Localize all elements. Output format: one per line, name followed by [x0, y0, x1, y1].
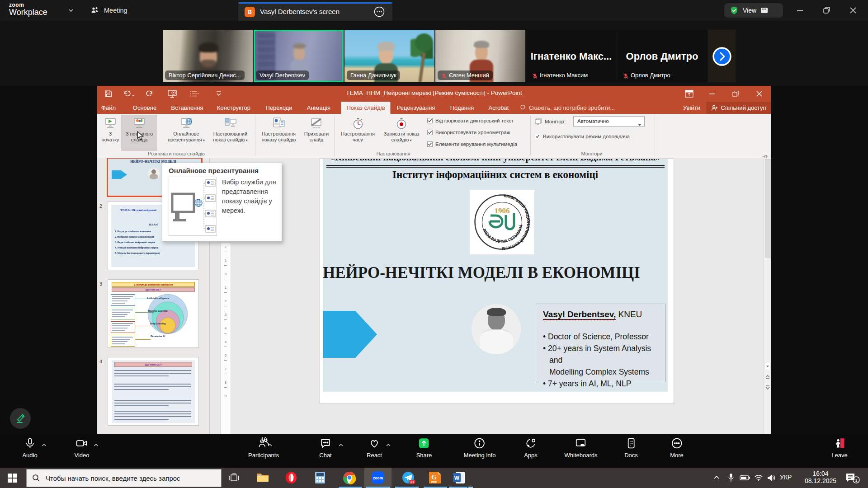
next-participants-button[interactable]	[712, 47, 731, 66]
undo-icon[interactable]	[123, 90, 135, 98]
toolbar-docs[interactable]: Docs	[624, 437, 638, 459]
taskbar-app-zoom[interactable]: zoom	[371, 471, 386, 485]
ribbon-tab-8[interactable]: Рецензування	[392, 102, 441, 114]
participant-tile[interactable]: Ганна Данильчук	[344, 30, 434, 82]
workspace-chevron-icon[interactable]	[68, 7, 75, 14]
monitor-dropdown[interactable]: Автоматично	[573, 116, 645, 127]
ppt-close-button[interactable]	[755, 90, 763, 98]
taskbar-app-opera[interactable]	[284, 471, 299, 485]
participant-tile[interactable]: Vasyl Derbentsev	[254, 30, 344, 82]
tray-expand-icon[interactable]	[712, 474, 721, 481]
tray-mic-icon[interactable]	[727, 473, 735, 482]
toolbar-share[interactable]: Share	[416, 437, 432, 459]
toolbar-chat[interactable]: Chat	[319, 437, 332, 459]
toolbar-meeting-info[interactable]: Meeting info	[464, 437, 496, 459]
tray-battery-icon[interactable]	[740, 475, 750, 481]
pencil-icon	[15, 413, 26, 424]
toolbar-participants[interactable]: 10Participants	[248, 437, 279, 459]
view-button[interactable]: View	[724, 3, 783, 18]
taskbar-app-chrome[interactable]	[343, 471, 357, 485]
redo-icon[interactable]	[145, 90, 153, 98]
ribbon-checkbox-3[interactable]: Елементи керування мультимедіа	[427, 141, 529, 148]
ribbon-button-5[interactable]: Настроювання показу слайдів	[258, 115, 300, 151]
tray-volume-icon[interactable]	[767, 474, 776, 482]
participant-name-text: Євген Менший	[449, 70, 489, 80]
toolbar-audio[interactable]: Audio	[22, 437, 37, 459]
start-slideshow-icon[interactable]	[168, 89, 177, 98]
caret-up-icon[interactable]	[41, 441, 47, 446]
tray-wifi-icon[interactable]	[754, 474, 763, 482]
annotation-pencil-button[interactable]	[10, 408, 31, 429]
window-minimize-button[interactable]	[797, 7, 804, 14]
ribbon-tab-10[interactable]: Acrobat	[483, 102, 514, 114]
ribbon-button-1[interactable]: З початку	[99, 115, 121, 151]
ribbon-tab-3[interactable]: Вставлення	[165, 102, 208, 114]
taskbar-app-calculator[interactable]	[314, 471, 328, 485]
scrollbar-thumb[interactable]	[765, 159, 771, 258]
window-close-button[interactable]	[849, 6, 857, 14]
taskbar-app-gaaiho-pdf[interactable]: GPDF	[428, 471, 443, 485]
ribbon-tab-9[interactable]: Подання	[445, 102, 480, 114]
ribbon-display-options-button[interactable]	[685, 90, 693, 98]
previous-slide-button[interactable]	[764, 374, 771, 381]
ppt-minimize-button[interactable]	[708, 90, 716, 98]
taskbar-app-file-explorer[interactable]	[256, 471, 270, 485]
taskbar-app-telegram[interactable]: .07	[401, 471, 416, 485]
taskbar-app-word[interactable]: W	[452, 471, 467, 485]
ribbon-tab-7[interactable]: Показ слайдів	[341, 102, 390, 114]
ribbon-tab-4[interactable]: Конструктор	[212, 102, 256, 114]
ribbon-tab-1[interactable]: Файл	[96, 102, 121, 114]
slide-thumbnail-4[interactable]: Що таке DL?	[108, 357, 199, 426]
ribbon-tab-2[interactable]: Основне	[127, 102, 162, 114]
start-button[interactable]	[7, 473, 19, 483]
ribbon-button-4[interactable]: Настроюваний показ слайдів ▾	[209, 115, 251, 151]
participant-tile[interactable]: Віктор Сергійович Денис...	[163, 30, 253, 82]
window-restore-button[interactable]	[823, 6, 831, 14]
sign-in-button[interactable]: Увійти	[678, 102, 705, 114]
tab-meeting[interactable]: Meeting	[90, 0, 145, 21]
ribbon-tab-5[interactable]: Переходи	[260, 102, 298, 114]
list-icon[interactable]	[189, 90, 199, 97]
tab-options-icon[interactable]	[374, 6, 385, 17]
presenter-checkbox[interactable]: Використовувати режим доповідача	[535, 133, 648, 140]
task-view-button[interactable]	[229, 473, 241, 483]
ribbon-button-3[interactable]: Онлайнове презентування ▾	[164, 115, 208, 151]
toolbar-react[interactable]: React	[367, 437, 382, 459]
screen-share-badge: B	[245, 7, 255, 17]
ribbon-tab-6[interactable]: Анімація	[302, 102, 336, 114]
notification-center-button[interactable]: 1	[844, 473, 860, 483]
slide-number-3: 3	[99, 281, 106, 287]
save-icon[interactable]	[104, 90, 112, 98]
caret-up-icon[interactable]	[386, 441, 391, 446]
scroll-down-button[interactable]	[764, 363, 771, 370]
participant-tile[interactable]: Євген Менший	[435, 30, 525, 82]
tray-language[interactable]: УКР	[780, 474, 798, 482]
next-slide-button[interactable]	[764, 384, 771, 391]
tray-clock[interactable]: 16:0408.12.2025	[802, 470, 839, 486]
caret-up-icon[interactable]	[93, 441, 99, 446]
ppt-restore-button[interactable]	[732, 90, 740, 98]
ribbon-button-8[interactable]: Записати показ слайдів ▾	[379, 115, 424, 151]
participant-tile[interactable]: Ігнатенко Макс...Ігнатенко Максим	[526, 30, 616, 82]
toolbar-leave[interactable]: Leave	[831, 437, 847, 459]
caret-up-icon[interactable]	[267, 441, 273, 446]
ppt-title-bar[interactable]: ТЕМА_ННМ_Нейронні мережі [Режим суміснос…	[97, 86, 771, 102]
ribbon-checkbox-2[interactable]: Використовувати хронометраж	[427, 129, 529, 136]
ribbon-button-7[interactable]: Настроювання часу	[337, 115, 379, 151]
participant-tile[interactable]: Орлов ДмитроОрлов Дмитро	[617, 30, 707, 82]
taskbar-search-box[interactable]: Чтобы начать поиск, введите здесь запрос	[26, 469, 222, 487]
ribbon-pin-icon[interactable]	[762, 153, 768, 157]
caret-up-icon[interactable]	[338, 441, 344, 446]
toolbar-video[interactable]: Video	[74, 437, 89, 459]
tell-me-box[interactable]: Скажіть, що потрібно зробити...	[520, 102, 637, 114]
toolbar-apps[interactable]: Apps	[524, 437, 538, 459]
toolbar-whiteboards[interactable]: Whiteboards	[565, 437, 598, 459]
toolbar-label: Whiteboards	[565, 452, 598, 459]
slide-thumbnail-3[interactable]: 1. Вступ до глибокого навчанняЩо таке DL…	[108, 279, 199, 348]
tab-screen-share[interactable]: BVasyl Derbentsev's screen	[238, 2, 392, 21]
toolbar-more[interactable]: More	[670, 437, 684, 459]
ppt-share-button[interactable]: Спільний доступ	[706, 102, 771, 114]
ribbon-button-6[interactable]: Приховати слайд	[301, 115, 332, 151]
ribbon-checkbox-1[interactable]: Відтворювати дикторський текст	[427, 117, 529, 124]
qat-customize-icon[interactable]	[216, 90, 222, 97]
